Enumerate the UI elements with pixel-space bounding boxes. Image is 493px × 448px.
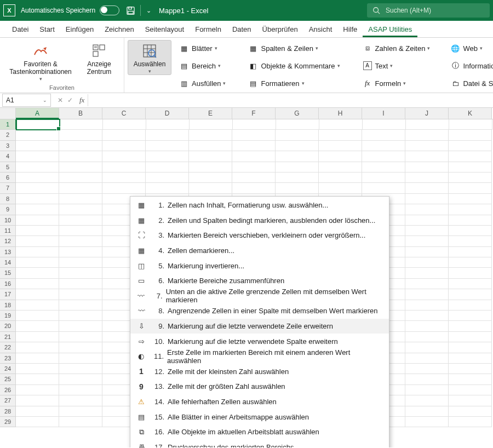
cell[interactable] bbox=[146, 141, 189, 151]
formula-input[interactable] bbox=[88, 94, 493, 106]
cell[interactable] bbox=[405, 311, 449, 321]
tab-datei[interactable]: Datei bbox=[7, 22, 34, 37]
cell[interactable] bbox=[362, 151, 405, 162]
cell[interactable] bbox=[16, 226, 59, 236]
tab-ansicht[interactable]: Ansicht bbox=[303, 22, 338, 37]
cell[interactable] bbox=[59, 342, 102, 353]
row-header[interactable]: 3 bbox=[0, 141, 16, 151]
cell[interactable] bbox=[102, 162, 146, 173]
cell[interactable] bbox=[319, 119, 363, 130]
menu-item-11[interactable]: ◐11.Erste Zelle im markierten Bereich mi… bbox=[130, 349, 389, 364]
cell[interactable] bbox=[59, 353, 102, 364]
cell[interactable] bbox=[16, 364, 59, 374]
autosave-toggle[interactable] bbox=[100, 5, 119, 15]
cell[interactable] bbox=[449, 183, 492, 193]
cell[interactable] bbox=[405, 321, 449, 331]
cell[interactable] bbox=[16, 236, 59, 246]
fx-icon[interactable]: fx bbox=[79, 96, 84, 105]
cell[interactable] bbox=[16, 385, 59, 395]
cell[interactable] bbox=[405, 353, 449, 364]
menu-item-7[interactable]: 〰7.Unten an die aktive Zelle grenzende Z… bbox=[130, 289, 389, 304]
row-header[interactable]: 28 bbox=[0, 406, 16, 417]
cell[interactable] bbox=[319, 173, 362, 183]
cell[interactable] bbox=[232, 173, 276, 183]
row-header[interactable]: 29 bbox=[0, 417, 16, 427]
row-header[interactable]: 4 bbox=[0, 151, 16, 162]
cell[interactable] bbox=[405, 194, 449, 204]
column-header[interactable]: I bbox=[362, 108, 405, 119]
cell[interactable] bbox=[16, 406, 59, 417]
cell[interactable] bbox=[102, 130, 146, 140]
cell[interactable] bbox=[16, 215, 59, 226]
cell[interactable] bbox=[449, 279, 492, 289]
cell[interactable] bbox=[232, 183, 276, 193]
cell[interactable] bbox=[146, 162, 189, 173]
ausfuellen-button[interactable]: ▥Ausfüllen▾ bbox=[176, 75, 230, 91]
cell[interactable] bbox=[233, 119, 276, 130]
tab-hilfe[interactable]: Hilfe bbox=[337, 22, 363, 37]
cell[interactable] bbox=[449, 406, 492, 417]
cell[interactable] bbox=[16, 268, 59, 278]
cell[interactable] bbox=[405, 417, 449, 427]
row-header[interactable]: 21 bbox=[0, 332, 16, 342]
cell[interactable] bbox=[449, 130, 492, 140]
cell[interactable] bbox=[189, 141, 232, 151]
tab-formeln[interactable]: Formeln bbox=[190, 22, 227, 37]
cell[interactable] bbox=[189, 183, 232, 193]
cell[interactable] bbox=[449, 162, 492, 173]
cell[interactable] bbox=[405, 385, 449, 395]
cell[interactable] bbox=[102, 141, 146, 151]
cell[interactable] bbox=[16, 173, 59, 183]
row-header[interactable]: 2 bbox=[0, 130, 16, 140]
cell[interactable] bbox=[232, 130, 276, 140]
cell[interactable] bbox=[319, 151, 362, 162]
cell[interactable] bbox=[405, 406, 449, 417]
cell[interactable] bbox=[16, 342, 59, 353]
cell[interactable] bbox=[59, 311, 102, 321]
cell[interactable] bbox=[405, 130, 449, 140]
cell[interactable] bbox=[319, 130, 362, 140]
cell[interactable] bbox=[59, 374, 102, 384]
cell[interactable] bbox=[276, 173, 319, 183]
cell[interactable] bbox=[59, 151, 102, 162]
cell[interactable] bbox=[362, 141, 405, 151]
cell[interactable] bbox=[449, 417, 492, 427]
menu-item-1[interactable]: ▦1.Zellen nach Inhalt, Formatierung usw.… bbox=[130, 198, 389, 213]
menu-item-4[interactable]: ▦4.Zellen demarkieren... bbox=[130, 243, 389, 259]
row-header[interactable]: 9 bbox=[0, 204, 16, 215]
row-header[interactable]: 14 bbox=[0, 257, 16, 268]
row-header[interactable]: 8 bbox=[0, 194, 16, 204]
cell[interactable] bbox=[449, 173, 492, 183]
cell[interactable] bbox=[405, 300, 449, 311]
row-header[interactable]: 15 bbox=[0, 268, 16, 278]
web-button[interactable]: 🌐Web▾ bbox=[447, 40, 493, 56]
cell[interactable] bbox=[59, 279, 102, 289]
cell[interactable] bbox=[59, 141, 102, 151]
cell[interactable] bbox=[190, 119, 233, 130]
select-all-corner[interactable] bbox=[0, 108, 16, 119]
cell[interactable] bbox=[405, 342, 449, 353]
column-header[interactable]: E bbox=[189, 108, 232, 119]
cell[interactable] bbox=[59, 257, 102, 268]
cell[interactable] bbox=[405, 141, 449, 151]
cell[interactable] bbox=[319, 162, 362, 173]
cell[interactable] bbox=[232, 162, 276, 173]
cell[interactable] bbox=[59, 385, 102, 395]
menu-item-9[interactable]: ⇩9.Markierung auf die letzte verwendete … bbox=[130, 319, 389, 334]
column-header[interactable]: F bbox=[232, 108, 276, 119]
cell[interactable] bbox=[16, 417, 59, 427]
cell[interactable] bbox=[319, 183, 362, 193]
row-header[interactable]: 12 bbox=[0, 236, 16, 246]
cell[interactable] bbox=[405, 332, 449, 342]
cell[interactable] bbox=[449, 364, 492, 374]
cell[interactable] bbox=[405, 247, 449, 257]
row-header[interactable]: 25 bbox=[0, 374, 16, 384]
formatieren-button[interactable]: ▤Formatieren▾ bbox=[245, 75, 343, 91]
menu-item-17[interactable]: 🖶17.Druckvorschau des markierten Bereich… bbox=[130, 440, 389, 448]
cell[interactable] bbox=[232, 151, 276, 162]
row-header[interactable]: 7 bbox=[0, 183, 16, 193]
cell[interactable] bbox=[362, 130, 405, 140]
cell[interactable] bbox=[59, 194, 102, 204]
cell[interactable] bbox=[405, 374, 449, 384]
cell[interactable] bbox=[189, 173, 232, 183]
